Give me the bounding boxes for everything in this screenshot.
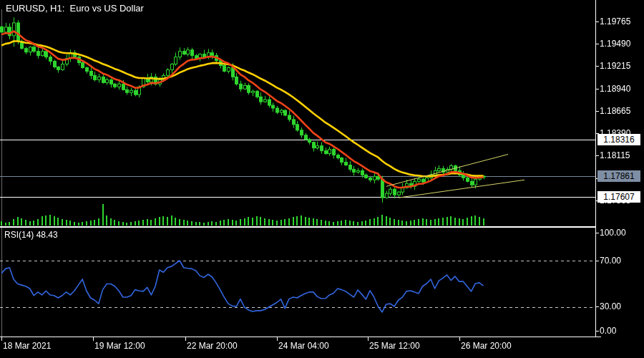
chart-window: EURUSD, H1: Euro vs US Dollar RSI(14) 48… — [0, 0, 644, 358]
chart-canvas[interactable] — [0, 0, 644, 358]
